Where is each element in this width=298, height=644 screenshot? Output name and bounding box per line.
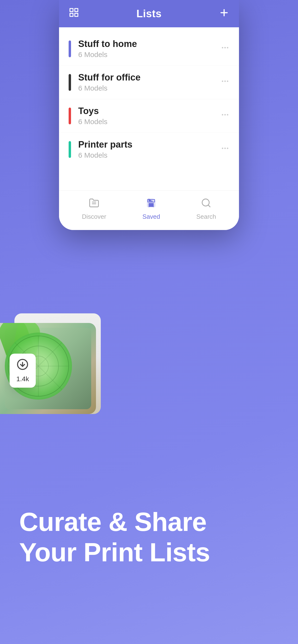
svg-point-15 — [222, 47, 223, 48]
list-item-menu-button[interactable] — [221, 43, 229, 54]
svg-point-17 — [227, 47, 228, 48]
list-item-menu-button[interactable] — [221, 77, 229, 88]
headline-line1: Curate & Share — [19, 507, 279, 537]
svg-rect-11 — [70, 14, 73, 16]
header-title: Lists — [136, 8, 162, 20]
search-icon — [201, 198, 211, 210]
svg-rect-10 — [75, 8, 78, 12]
list-item[interactable]: Toys 6 Models — [59, 99, 239, 133]
nav-item-search[interactable]: Search — [196, 198, 216, 220]
list-color-indicator — [69, 141, 71, 158]
download-card: 1.4k — [10, 354, 36, 388]
list-item-text: Stuff to home 6 Models — [78, 39, 221, 59]
list-item-count: 6 Models — [78, 50, 221, 59]
svg-point-23 — [227, 114, 228, 116]
svg-point-24 — [222, 148, 223, 149]
list-color-indicator — [69, 40, 71, 57]
download-count: 1.4k — [16, 375, 29, 383]
download-icon — [17, 358, 29, 373]
list-content: Stuff to home 6 Models Stuff for office … — [59, 27, 239, 190]
list-item-name: Toys — [78, 106, 221, 116]
bottom-text-area: Curate & Share Your Print Lists — [0, 507, 298, 567]
saved-icon — [146, 198, 157, 210]
list-item-name: Stuff for office — [78, 72, 221, 83]
nav-label-saved: Saved — [142, 213, 160, 220]
svg-point-19 — [224, 80, 226, 82]
nav-label-discover: Discover — [82, 213, 106, 220]
list-item-text: Printer parts 6 Models — [78, 140, 221, 159]
svg-point-18 — [222, 80, 223, 82]
list-color-indicator — [69, 108, 71, 124]
svg-point-26 — [227, 148, 228, 149]
svg-point-25 — [224, 148, 226, 149]
svg-point-22 — [224, 114, 226, 116]
list-item-count: 6 Models — [78, 118, 221, 126]
list-item-menu-button[interactable] — [221, 110, 229, 121]
svg-rect-12 — [75, 14, 78, 16]
list-item[interactable]: Printer parts 6 Models — [59, 133, 239, 166]
discover-icon — [89, 198, 99, 210]
app-header: Lists — [59, 0, 239, 27]
list-item-text: Toys 6 Models — [78, 106, 221, 126]
bottom-navigation: Discover Saved — [59, 190, 239, 230]
list-item-name: Stuff to home — [78, 39, 221, 49]
svg-point-16 — [224, 47, 226, 48]
list-item-count: 6 Models — [78, 84, 221, 92]
list-item-count: 6 Models — [78, 151, 221, 159]
headline-line2: Your Print Lists — [19, 537, 279, 568]
nav-label-search: Search — [196, 213, 216, 220]
list-item[interactable]: Stuff to home 6 Models — [59, 32, 239, 66]
phone-mockup: Lists Stuff to home 6 Models — [59, 0, 239, 230]
list-item-menu-button[interactable] — [221, 144, 229, 155]
add-list-button[interactable] — [219, 8, 229, 20]
svg-point-21 — [222, 114, 223, 116]
list-item-text: Stuff for office 6 Models — [78, 72, 221, 92]
svg-line-32 — [208, 205, 210, 207]
lists-icon[interactable] — [69, 7, 79, 20]
list-item-name: Printer parts — [78, 140, 221, 150]
svg-rect-9 — [70, 8, 73, 12]
list-item[interactable]: Stuff for office 6 Models — [59, 66, 239, 99]
nav-item-discover[interactable]: Discover — [82, 198, 106, 220]
list-color-indicator — [69, 74, 71, 91]
nav-item-saved[interactable]: Saved — [142, 198, 160, 220]
svg-point-20 — [227, 80, 228, 82]
